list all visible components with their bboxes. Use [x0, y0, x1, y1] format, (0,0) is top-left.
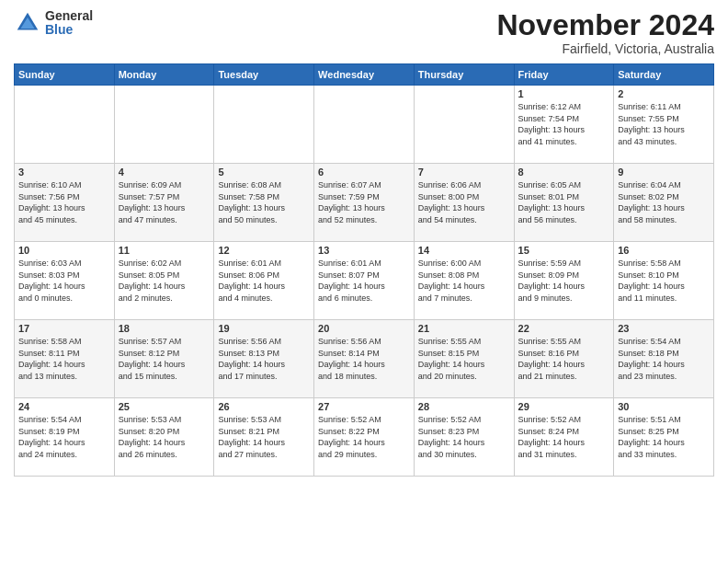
- day-number: 22: [518, 323, 610, 334]
- calendar-title: November 2024: [496, 9, 714, 41]
- day-info: Sunrise: 6:07 AM Sunset: 7:59 PM Dayligh…: [318, 179, 410, 225]
- day-number: 5: [218, 167, 310, 178]
- day-info: Sunrise: 6:03 AM Sunset: 8:03 PM Dayligh…: [18, 258, 110, 304]
- page: General Blue November 2024 Fairfield, Vi…: [0, 0, 728, 563]
- calendar-cell: 8Sunrise: 6:05 AM Sunset: 8:01 PM Daylig…: [514, 164, 614, 242]
- day-info: Sunrise: 5:57 AM Sunset: 8:12 PM Dayligh…: [119, 336, 210, 382]
- day-info: Sunrise: 6:01 AM Sunset: 8:06 PM Dayligh…: [218, 258, 310, 304]
- calendar-cell: [214, 86, 314, 164]
- calendar-week-2: 3Sunrise: 6:10 AM Sunset: 7:56 PM Daylig…: [15, 164, 714, 242]
- calendar-cell: 25Sunrise: 5:53 AM Sunset: 8:20 PM Dayli…: [114, 398, 214, 477]
- day-number: 4: [119, 167, 210, 178]
- calendar-cell: [314, 86, 415, 164]
- day-number: 14: [418, 245, 510, 256]
- col-saturday: Saturday: [614, 64, 714, 86]
- calendar-cell: 17Sunrise: 5:58 AM Sunset: 8:11 PM Dayli…: [15, 320, 115, 398]
- day-info: Sunrise: 5:55 AM Sunset: 8:16 PM Dayligh…: [518, 336, 610, 382]
- logo-icon: [14, 9, 41, 37]
- calendar-cell: 5Sunrise: 6:08 AM Sunset: 7:58 PM Daylig…: [214, 164, 314, 242]
- day-number: 19: [218, 323, 310, 334]
- day-info: Sunrise: 6:11 AM Sunset: 7:55 PM Dayligh…: [618, 101, 710, 147]
- day-number: 24: [18, 401, 110, 412]
- calendar-week-1: 1Sunrise: 6:12 AM Sunset: 7:54 PM Daylig…: [15, 86, 714, 164]
- day-info: Sunrise: 5:54 AM Sunset: 8:19 PM Dayligh…: [18, 414, 110, 460]
- day-number: 1: [518, 88, 610, 99]
- day-number: 2: [618, 88, 710, 99]
- calendar-cell: 13Sunrise: 6:01 AM Sunset: 8:07 PM Dayli…: [314, 242, 415, 320]
- day-info: Sunrise: 5:56 AM Sunset: 8:14 PM Dayligh…: [318, 336, 410, 382]
- logo-general: General: [45, 9, 93, 23]
- calendar-cell: 20Sunrise: 5:56 AM Sunset: 8:14 PM Dayli…: [314, 320, 415, 398]
- day-number: 10: [18, 245, 110, 256]
- calendar-cell: 10Sunrise: 6:03 AM Sunset: 8:03 PM Dayli…: [15, 242, 115, 320]
- calendar-table: Sunday Monday Tuesday Wednesday Thursday…: [14, 63, 714, 477]
- calendar-cell: 14Sunrise: 6:00 AM Sunset: 8:08 PM Dayli…: [414, 242, 514, 320]
- calendar-cell: 12Sunrise: 6:01 AM Sunset: 8:06 PM Dayli…: [214, 242, 314, 320]
- day-info: Sunrise: 6:00 AM Sunset: 8:08 PM Dayligh…: [418, 258, 510, 304]
- calendar-cell: 6Sunrise: 6:07 AM Sunset: 7:59 PM Daylig…: [314, 164, 415, 242]
- calendar-cell: 15Sunrise: 5:59 AM Sunset: 8:09 PM Dayli…: [514, 242, 614, 320]
- day-info: Sunrise: 6:01 AM Sunset: 8:07 PM Dayligh…: [318, 258, 410, 304]
- day-number: 26: [218, 401, 310, 412]
- calendar-subtitle: Fairfield, Victoria, Australia: [496, 41, 714, 56]
- day-info: Sunrise: 6:02 AM Sunset: 8:05 PM Dayligh…: [119, 258, 210, 304]
- day-info: Sunrise: 5:54 AM Sunset: 8:18 PM Dayligh…: [618, 336, 710, 382]
- calendar-cell: 3Sunrise: 6:10 AM Sunset: 7:56 PM Daylig…: [15, 164, 115, 242]
- calendar-week-5: 24Sunrise: 5:54 AM Sunset: 8:19 PM Dayli…: [15, 398, 714, 477]
- day-number: 29: [518, 401, 610, 412]
- calendar-cell: 27Sunrise: 5:52 AM Sunset: 8:22 PM Dayli…: [314, 398, 415, 477]
- calendar-cell: [414, 86, 514, 164]
- day-info: Sunrise: 6:06 AM Sunset: 8:00 PM Dayligh…: [418, 179, 510, 225]
- calendar-cell: 19Sunrise: 5:56 AM Sunset: 8:13 PM Dayli…: [214, 320, 314, 398]
- day-number: 8: [518, 167, 610, 178]
- calendar-week-4: 17Sunrise: 5:58 AM Sunset: 8:11 PM Dayli…: [15, 320, 714, 398]
- calendar-cell: 26Sunrise: 5:53 AM Sunset: 8:21 PM Dayli…: [214, 398, 314, 477]
- day-info: Sunrise: 5:52 AM Sunset: 8:23 PM Dayligh…: [418, 414, 510, 460]
- col-monday: Monday: [114, 64, 214, 86]
- calendar-cell: 29Sunrise: 5:52 AM Sunset: 8:24 PM Dayli…: [514, 398, 614, 477]
- day-number: 30: [618, 401, 710, 412]
- day-info: Sunrise: 5:52 AM Sunset: 8:22 PM Dayligh…: [318, 414, 410, 460]
- day-number: 16: [618, 245, 710, 256]
- day-number: 12: [218, 245, 310, 256]
- col-tuesday: Tuesday: [214, 64, 314, 86]
- day-info: Sunrise: 5:58 AM Sunset: 8:10 PM Dayligh…: [618, 258, 710, 304]
- calendar-cell: 22Sunrise: 5:55 AM Sunset: 8:16 PM Dayli…: [514, 320, 614, 398]
- day-info: Sunrise: 5:58 AM Sunset: 8:11 PM Dayligh…: [18, 336, 110, 382]
- calendar-cell: 30Sunrise: 5:51 AM Sunset: 8:25 PM Dayli…: [614, 398, 714, 477]
- day-info: Sunrise: 5:51 AM Sunset: 8:25 PM Dayligh…: [618, 414, 710, 460]
- day-info: Sunrise: 5:53 AM Sunset: 8:20 PM Dayligh…: [119, 414, 210, 460]
- day-info: Sunrise: 6:12 AM Sunset: 7:54 PM Dayligh…: [518, 101, 610, 147]
- day-info: Sunrise: 6:08 AM Sunset: 7:58 PM Dayligh…: [218, 179, 310, 225]
- calendar-cell: 21Sunrise: 5:55 AM Sunset: 8:15 PM Dayli…: [414, 320, 514, 398]
- day-number: 6: [318, 167, 410, 178]
- day-info: Sunrise: 6:05 AM Sunset: 8:01 PM Dayligh…: [518, 179, 610, 225]
- calendar-cell: 18Sunrise: 5:57 AM Sunset: 8:12 PM Dayli…: [114, 320, 214, 398]
- calendar-cell: 24Sunrise: 5:54 AM Sunset: 8:19 PM Dayli…: [15, 398, 115, 477]
- day-number: 9: [618, 167, 710, 178]
- day-info: Sunrise: 5:53 AM Sunset: 8:21 PM Dayligh…: [218, 414, 310, 460]
- day-info: Sunrise: 6:10 AM Sunset: 7:56 PM Dayligh…: [18, 179, 110, 225]
- logo: General Blue: [14, 9, 93, 38]
- day-number: 20: [318, 323, 410, 334]
- day-number: 27: [318, 401, 410, 412]
- calendar-week-3: 10Sunrise: 6:03 AM Sunset: 8:03 PM Dayli…: [15, 242, 714, 320]
- calendar-cell: 23Sunrise: 5:54 AM Sunset: 8:18 PM Dayli…: [614, 320, 714, 398]
- day-number: 28: [418, 401, 510, 412]
- day-info: Sunrise: 6:09 AM Sunset: 7:57 PM Dayligh…: [119, 179, 210, 225]
- day-number: 7: [418, 167, 510, 178]
- day-info: Sunrise: 5:52 AM Sunset: 8:24 PM Dayligh…: [518, 414, 610, 460]
- day-number: 11: [119, 245, 210, 256]
- calendar-cell: 16Sunrise: 5:58 AM Sunset: 8:10 PM Dayli…: [614, 242, 714, 320]
- calendar-body: 1Sunrise: 6:12 AM Sunset: 7:54 PM Daylig…: [15, 86, 714, 477]
- day-info: Sunrise: 6:04 AM Sunset: 8:02 PM Dayligh…: [618, 179, 710, 225]
- header: General Blue November 2024 Fairfield, Vi…: [14, 9, 714, 56]
- col-friday: Friday: [514, 64, 614, 86]
- day-number: 25: [119, 401, 210, 412]
- day-info: Sunrise: 5:56 AM Sunset: 8:13 PM Dayligh…: [218, 336, 310, 382]
- calendar-cell: [114, 86, 214, 164]
- calendar-cell: 2Sunrise: 6:11 AM Sunset: 7:55 PM Daylig…: [614, 86, 714, 164]
- col-sunday: Sunday: [15, 64, 115, 86]
- col-wednesday: Wednesday: [314, 64, 415, 86]
- day-number: 23: [618, 323, 710, 334]
